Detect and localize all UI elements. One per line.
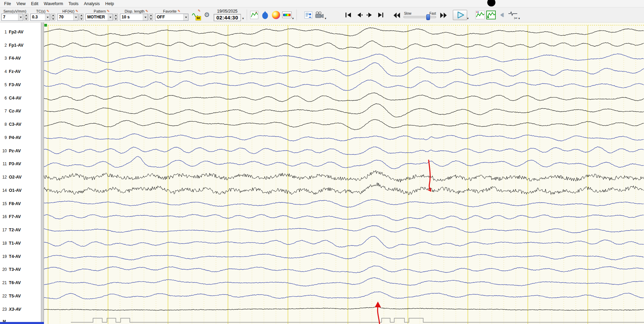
favorite-select[interactable]: OFF xyxy=(155,14,188,21)
hf-dropdown-arrow[interactable] xyxy=(73,14,78,20)
tc-spin-down[interactable] xyxy=(51,17,55,21)
pattern-edit-pencil-icon[interactable]: ✎ xyxy=(107,10,110,13)
hf-spin-down[interactable] xyxy=(79,17,83,21)
speed-slider-track[interactable] xyxy=(403,16,436,18)
colormap-button[interactable] xyxy=(282,10,292,20)
channel-label-c3-av[interactable]: 8C3-AV xyxy=(0,121,41,127)
speed-slider-handle[interactable] xyxy=(426,14,430,20)
menu-item-tools[interactable]: Tools xyxy=(66,1,81,7)
hf-spin-up[interactable] xyxy=(79,14,83,17)
tc-select[interactable]: 0.3 xyxy=(30,14,50,21)
sens-dropdown-arrow[interactable] xyxy=(18,14,23,20)
datetime-dropdown[interactable]: ▾ xyxy=(242,17,244,20)
rewind-button[interactable] xyxy=(392,10,402,20)
trend-chart-button[interactable] xyxy=(249,10,259,20)
channel-number: 17 xyxy=(0,228,7,232)
pattern-spin-up[interactable] xyxy=(113,14,118,17)
hf-edit-pencil-icon[interactable]: ✎ xyxy=(76,10,78,13)
speed-slider[interactable]: Slow Fast xyxy=(403,12,437,18)
display-length-select[interactable]: 10 s xyxy=(120,14,148,21)
channel-label-t5-av[interactable]: 22T5-AV xyxy=(0,293,41,299)
hf-select[interactable]: 70 xyxy=(57,14,78,21)
channel-label-x3-av[interactable]: 23X3-AV xyxy=(0,306,41,312)
sens-select[interactable]: 7 xyxy=(1,14,23,21)
bottom-strip xyxy=(0,322,44,324)
channel-name: F8-AV xyxy=(9,201,21,206)
play-options-dropdown[interactable]: ▾ xyxy=(467,17,469,20)
sens-spin-up[interactable] xyxy=(24,14,28,17)
menu-item-view[interactable]: View xyxy=(14,1,28,7)
monitor-waveform-button[interactable] xyxy=(475,10,485,20)
channel-label-fp1-av[interactable]: 2Fp1-AV xyxy=(0,42,41,48)
montage-cut-button[interactable]: ✂ xyxy=(508,10,518,20)
channel-label-cz-av[interactable]: 7Cz-AV xyxy=(0,108,41,114)
sens-spin-down[interactable] xyxy=(24,17,28,21)
pattern-label: Pattern xyxy=(94,9,106,13)
ac-filter-50hz-button[interactable]: ✎ 50 xyxy=(191,10,201,20)
step-forward-button[interactable] xyxy=(365,10,375,20)
tc-dropdown-arrow[interactable] xyxy=(45,14,50,20)
sens-label: Sens(uV/mm) xyxy=(3,9,26,13)
channel-label-t3-av[interactable]: 20T3-AV xyxy=(0,266,41,273)
previous-view-button[interactable] xyxy=(497,10,507,20)
tc-spinner xyxy=(51,14,55,21)
time-gridlines-major xyxy=(48,25,644,324)
patient-info-button[interactable] xyxy=(303,10,313,20)
eeg-waveform-display[interactable] xyxy=(44,22,644,324)
pattern-spin-down[interactable] xyxy=(113,17,118,21)
channel-label-f4-av[interactable]: 3F4-AV xyxy=(0,55,41,61)
channel-label-pz-av[interactable]: 10Pz-AV xyxy=(0,148,41,154)
display-length-edit-pencil-icon[interactable]: ✎ xyxy=(145,10,148,13)
tc-spin-up[interactable] xyxy=(51,14,55,17)
channel-label-fp2-av[interactable]: 1Fp2-AV xyxy=(0,29,41,35)
play-button[interactable] xyxy=(453,10,467,20)
fast-label: Fast xyxy=(429,12,436,15)
channel-label-f7-av[interactable]: 16F7-AV xyxy=(0,214,41,220)
display-length-spin-down[interactable] xyxy=(149,17,153,21)
channel-label-p4-av[interactable]: 9P4-AV xyxy=(0,135,41,141)
eeg-trace-f3-av xyxy=(44,80,644,91)
3d-map-button[interactable] xyxy=(271,10,281,20)
eeg-trace-c3-av xyxy=(44,120,644,130)
menu-item-help[interactable]: Help xyxy=(103,1,117,7)
pattern-select[interactable]: MOTHER xyxy=(86,14,113,21)
settings-button[interactable]: ⚙ xyxy=(202,10,212,20)
current-date: 19/05/2025 xyxy=(217,9,237,14)
montage-options-dropdown[interactable]: ▾ xyxy=(518,17,520,20)
menu-item-file[interactable]: File xyxy=(1,1,14,7)
display-length-spin-up[interactable] xyxy=(149,14,153,17)
favorite-dropdown-arrow[interactable] xyxy=(183,14,188,20)
map-options-dropdown[interactable]: ▾ xyxy=(292,17,294,20)
annotation-red-arrow-up-tail xyxy=(378,307,380,324)
channel-label-t6-av[interactable]: 21T6-AV xyxy=(0,280,41,286)
channel-label-f3-av[interactable]: 5F3-AV xyxy=(0,82,41,88)
tc-edit-pencil-icon[interactable]: ✎ xyxy=(47,10,49,13)
video-options-dropdown[interactable]: ▾ xyxy=(325,17,326,20)
channel-label-t4-av[interactable]: 19T4-AV xyxy=(0,253,41,260)
channel-waveform-divider[interactable] xyxy=(41,22,44,324)
review-waveform-button[interactable] xyxy=(486,10,496,20)
channel-label-t2-av[interactable]: 17T2-AV xyxy=(0,227,41,233)
menu-item-waveform[interactable]: Waveform xyxy=(41,1,66,7)
step-back-button[interactable] xyxy=(354,10,364,20)
channel-label-fz-av[interactable]: 4Fz-AV xyxy=(0,68,41,75)
channel-label-c4-av[interactable]: 6C4-AV xyxy=(0,95,41,101)
fast-forward-button[interactable] xyxy=(438,10,448,20)
eeg-trace-p4-av xyxy=(44,134,644,141)
channel-label-o1-av[interactable]: 14O1-AV xyxy=(0,187,41,194)
head-map-button[interactable] xyxy=(260,10,270,20)
channel-label-t1-av[interactable]: 18T1-AV xyxy=(0,240,41,246)
favorite-group: Favorite✎ OFF xyxy=(155,9,188,21)
channel-label-f8-av[interactable]: 15F8-AV xyxy=(0,201,41,207)
menu-item-edit[interactable]: Edit xyxy=(28,1,41,7)
display-length-dropdown-arrow[interactable] xyxy=(143,14,148,20)
favorite-edit-pencil-icon[interactable]: ✎ xyxy=(178,10,180,13)
skip-to-end-button[interactable] xyxy=(376,10,386,20)
video-button[interactable] xyxy=(314,10,324,20)
pattern-dropdown-arrow[interactable] xyxy=(108,14,112,20)
channel-label-o2-av[interactable]: 12O2-AV xyxy=(0,174,41,180)
skip-to-start-button[interactable] xyxy=(343,10,353,20)
channel-label-p3-av[interactable]: 11P3-AV xyxy=(0,161,41,167)
menu-item-analysis[interactable]: Analysis xyxy=(81,1,103,7)
annotation-red-stroke xyxy=(429,160,431,191)
